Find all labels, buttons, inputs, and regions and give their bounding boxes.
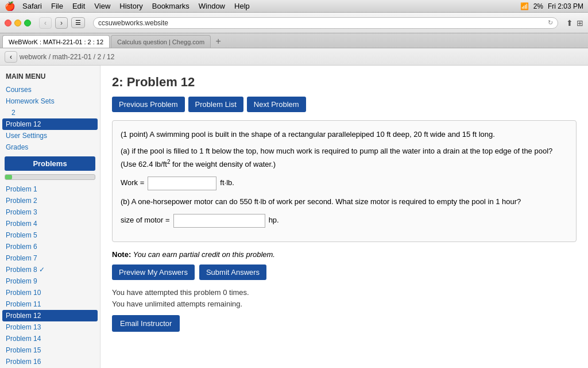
sidebar-problem-2[interactable]: Problem 2	[0, 195, 100, 206]
work-input[interactable]	[148, 177, 216, 190]
action-buttons: Preview My Answers Submit Answers	[112, 264, 577, 280]
sidebar-link-user-settings[interactable]: User Settings	[0, 130, 100, 141]
work-label: Work =	[121, 177, 144, 189]
sidebar-problem-3[interactable]: Problem 3	[0, 206, 100, 218]
traffic-lights	[5, 20, 31, 26]
problems-box: Problems	[5, 156, 95, 171]
tab-webwork[interactable]: WeBWorK : MATH-221-01 : 2 : 12	[2, 35, 110, 48]
url-bar[interactable]: ccsuwebworks.website ↻	[93, 17, 558, 29]
forward-button[interactable]: ›	[55, 17, 68, 29]
sidebar-problem-1[interactable]: Problem 1	[0, 183, 100, 195]
motor-unit: hp.	[269, 214, 279, 227]
motor-label: size of motor =	[121, 214, 170, 227]
motor-input[interactable]	[173, 214, 265, 228]
wifi-icon: 📶	[520, 2, 529, 10]
motor-answer-row: size of motor = hp.	[121, 214, 568, 228]
minimize-button[interactable]	[14, 20, 21, 26]
sidebar-link-2[interactable]: 2	[0, 107, 100, 118]
problem-content: (1 point) A swimming pool is built in th…	[112, 120, 577, 242]
back-button[interactable]: ‹	[39, 17, 52, 29]
work-answer-row: Work = ft·lb.	[121, 177, 568, 190]
problem-intro: (1 point) A swimming pool is built in th…	[121, 129, 568, 141]
maximize-button[interactable]	[24, 20, 31, 26]
main-menu-title: MAIN MENU	[0, 70, 100, 84]
mac-menu-bar: 🍎 Safari File Edit View History Bookmark…	[0, 0, 588, 13]
tab-label-webwork: WeBWorK : MATH-221-01 : 2 : 12	[9, 39, 103, 45]
menu-file[interactable]: File	[51, 2, 63, 10]
sidebar-link-courses[interactable]: Courses	[0, 84, 100, 95]
sidebar-link-problem12-active[interactable]: Problem 12	[2, 118, 98, 130]
menu-safari[interactable]: Safari	[22, 2, 42, 10]
sidebar-link-grades[interactable]: Grades	[0, 141, 100, 153]
prev-problem-button[interactable]: Previous Problem	[112, 97, 185, 112]
sidebar-toggle-button[interactable]: ☰	[71, 17, 85, 28]
email-instructor-button[interactable]: Email Instructor	[112, 315, 180, 332]
sidebar-problem-6[interactable]: Problem 6	[0, 241, 100, 252]
battery-label: 2%	[533, 2, 543, 10]
menu-window[interactable]: Window	[199, 2, 225, 10]
new-tab-icon[interactable]: ⊞	[577, 18, 583, 28]
clock-label: Fri 2:03 PM	[548, 2, 583, 10]
page-title: 2: Problem 12	[112, 75, 577, 90]
note-body: You can earn partial credit on this prob…	[133, 250, 275, 259]
sidebar-problem-15[interactable]: Problem 15	[0, 344, 100, 356]
url-text: ccsuwebworks.website	[98, 19, 168, 27]
sidebar-problem-4[interactable]: Problem 4	[0, 218, 100, 229]
menu-items: Safari File Edit View History Bookmarks …	[22, 2, 250, 10]
attempt-line2: You have unlimited attempts remaining.	[112, 298, 577, 310]
sidebar-problem-10[interactable]: Problem 10	[0, 287, 100, 298]
secondary-nav: ‹ webwork / math-221-01 / 2 / 12	[0, 48, 588, 66]
progress-bar-fill	[5, 175, 12, 179]
part-b-intro: (b) A one-horsepower motor can do 550 ft…	[121, 196, 568, 208]
refresh-icon[interactable]: ↻	[548, 19, 553, 26]
new-tab-button[interactable]: +	[212, 35, 225, 48]
problem-nav: Previous Problem Problem List Next Probl…	[112, 97, 577, 112]
menu-history[interactable]: History	[119, 2, 142, 10]
sidebar-problem-12-active[interactable]: Problem 12	[2, 310, 98, 321]
menu-bookmarks[interactable]: Bookmarks	[152, 2, 189, 10]
sidebar-problem-16[interactable]: Problem 16	[0, 356, 100, 367]
menu-view[interactable]: View	[94, 2, 110, 10]
problem-list-button[interactable]: Problem List	[188, 97, 243, 112]
browser-toolbar: ‹ › ☰ ccsuwebworks.website ↻ ⬆ ⊞	[0, 13, 588, 33]
tab-label-chegg: Calculus question | Chegg.com	[117, 39, 204, 45]
menu-edit[interactable]: Edit	[72, 2, 85, 10]
menu-help[interactable]: Help	[234, 2, 250, 10]
ww-main-content: 2: Problem 12 Previous Problem Problem L…	[100, 66, 588, 368]
attempt-line1: You have attempted this problem 0 times.	[112, 287, 577, 299]
sidebar-problem-9[interactable]: Problem 9	[0, 275, 100, 287]
part-a-intro: (a) if the pool is filled to 1 ft below …	[121, 145, 568, 171]
sidebar-problem-8[interactable]: Problem 8 ✓	[0, 264, 100, 275]
apple-icon[interactable]: 🍎	[5, 1, 16, 12]
preview-answers-button[interactable]: Preview My Answers	[112, 264, 195, 280]
share-icon[interactable]: ⬆	[566, 18, 573, 28]
content-wrapper: MAIN MENU Courses Homework Sets 2 Proble…	[0, 66, 588, 368]
work-unit: ft·lb.	[220, 177, 234, 189]
tabs-bar: WeBWorK : MATH-221-01 : 2 : 12 Calculus …	[0, 33, 588, 48]
note-label: Note:	[112, 250, 131, 259]
note-text: Note: You can earn partial credit on thi…	[112, 250, 577, 259]
close-button[interactable]	[5, 20, 11, 26]
attempt-info: You have attempted this problem 0 times.…	[112, 287, 577, 311]
sidebar-problem-14[interactable]: Problem 14	[0, 333, 100, 344]
status-icons: 📶 2% Fri 2:03 PM	[520, 2, 583, 10]
sidebar-link-homework-sets[interactable]: Homework Sets	[0, 95, 100, 107]
tab-chegg[interactable]: Calculus question | Chegg.com	[111, 35, 211, 48]
breadcrumb: webwork / math-221-01 / 2 / 12	[20, 53, 114, 61]
page-back-button[interactable]: ‹	[5, 51, 17, 63]
next-problem-button[interactable]: Next Problem	[247, 97, 306, 112]
ww-sidebar: MAIN MENU Courses Homework Sets 2 Proble…	[0, 66, 100, 368]
sidebar-problem-13[interactable]: Problem 13	[0, 321, 100, 333]
sidebar-problem-5[interactable]: Problem 5	[0, 229, 100, 241]
submit-answers-button[interactable]: Submit Answers	[199, 264, 266, 280]
sidebar-problem-11[interactable]: Problem 11	[0, 298, 100, 310]
progress-bar-container	[5, 174, 95, 180]
sidebar-problem-7[interactable]: Problem 7	[0, 252, 100, 264]
